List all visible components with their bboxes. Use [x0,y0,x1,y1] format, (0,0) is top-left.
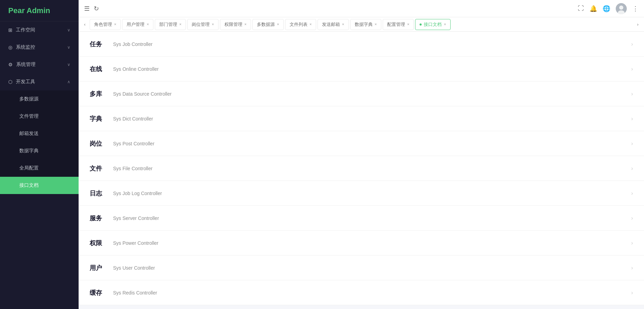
api-list-item[interactable]: 服务Sys Server Controller› [79,206,644,231]
workspace-icon: ⊞ [8,27,12,33]
workspace-label: 工作空间 [16,27,64,33]
tab-label: 岗位管理 [192,21,210,28]
main-area: ☰ ↻ ⛶ 🔔 🌐 ⋮ [79,0,644,309]
notification-button[interactable]: 🔔 [590,5,597,12]
tab-close-button[interactable]: × [310,22,312,26]
tab-close-button[interactable]: × [375,22,377,26]
sidebar-item-devtools[interactable]: ⬡ 开发工具 ∧ [0,73,79,90]
tab-item[interactable]: 角色管理× [90,19,121,30]
api-list-item[interactable]: 用户Sys User Controller› [79,255,644,280]
api-item-desc: Sys Server Controller [113,215,631,221]
logo-text: Pear Admin [8,6,50,15]
api-item-desc: Sys Redis Controller [113,290,631,296]
tab-label: 配置管理 [387,21,405,28]
tabs-right-button[interactable]: › [633,17,643,31]
api-list-item[interactable]: 日志Sys Job Log Controller› [79,181,644,206]
api-item-arrow-icon: › [631,240,633,246]
monitor-arrow: ∨ [67,45,70,50]
tab-item[interactable]: 多数据源× [252,19,283,30]
sysmanage-label: 系统管理 [16,61,64,68]
right-arrow-icon: › [637,22,638,27]
sidebar-item-file-manage[interactable]: 文件管理 [0,108,79,125]
api-item-arrow-icon: › [631,91,633,97]
more-icon: ⋮ [632,5,638,12]
api-item-title: 日志 [90,189,108,197]
left-arrow-icon: ‹ [84,22,85,27]
api-item-desc: Sys Dict Controller [113,116,631,122]
tab-label: 用户管理 [127,21,144,28]
global-config-label: 全局配置 [19,165,70,171]
api-list-item[interactable]: 任务Sys Job Controller› [79,32,644,57]
sysmanage-icon: ⚙ [8,62,13,67]
api-item-title: 文件 [90,164,108,173]
tab-close-button[interactable]: × [212,22,214,26]
tab-item[interactable]: 用户管理× [122,19,153,30]
api-item-title: 任务 [90,40,108,48]
tab-close-button[interactable]: × [244,22,246,26]
tabs-left-button[interactable]: ‹ [80,17,90,31]
monitor-icon: ◎ [8,45,12,50]
menu-toggle-button[interactable]: ☰ [84,5,90,12]
tab-item[interactable]: 文件列表× [285,19,316,30]
sidebar-item-sysmanage[interactable]: ⚙ 系统管理 ∨ [0,56,79,73]
avatar[interactable] [616,3,627,14]
language-button[interactable]: 🌐 [603,5,610,12]
tab-dot [420,23,422,26]
api-item-desc: Sys Power Controller [113,240,631,246]
sidebar-item-mail-send[interactable]: 邮箱发送 [0,125,79,142]
api-list-item[interactable]: 权限Sys Power Controller› [79,231,644,255]
sidebar-item-data-dict[interactable]: 数据字典 [0,142,79,160]
sidebar-item-workspace[interactable]: ⊞ 工作空间 ∨ [0,21,79,39]
more-button[interactable]: ⋮ [632,5,638,12]
api-list-item[interactable]: 在线Sys Online Controller› [79,57,644,81]
sidebar-item-monitor[interactable]: ◎ 系统监控 ∨ [0,39,79,56]
tab-item[interactable]: 数据字典× [350,19,381,30]
api-list-item[interactable]: 多库Sys Data Source Controller› [79,81,644,106]
tab-item[interactable]: 发送邮箱× [318,19,349,30]
content-area: 任务Sys Job Controller›在线Sys Online Contro… [79,32,644,309]
sidebar-item-api-docs[interactable]: 接口文档 [0,177,79,194]
tab-item[interactable]: 岗位管理× [187,19,218,30]
api-list-item[interactable]: 字典Sys Dict Controller› [79,106,644,131]
tab-close-button[interactable]: × [277,22,279,26]
tab-item[interactable]: 配置管理× [383,19,414,30]
api-item-arrow-icon: › [631,66,633,72]
monitor-label: 系统监控 [16,44,64,50]
tab-close-button[interactable]: × [179,22,181,26]
api-item-desc: Sys Job Controller [113,41,631,47]
api-item-arrow-icon: › [631,190,633,196]
api-item-title: 多库 [90,90,108,98]
tab-close-button[interactable]: × [444,22,446,26]
sidebar-item-global-config[interactable]: 全局配置 [0,160,79,177]
tab-item[interactable]: 部门管理× [155,19,186,30]
sidebar-item-multi-db[interactable]: 多数据源 [0,90,79,108]
api-list-item[interactable]: 岗位Sys Post Controller› [79,131,644,156]
tab-label: 数据字典 [355,21,373,28]
devtools-label: 开发工具 [16,79,64,85]
data-dict-label: 数据字典 [19,148,70,154]
refresh-button[interactable]: ↻ [94,5,99,12]
tab-close-button[interactable]: × [342,22,344,26]
tab-item[interactable]: 权限管理× [220,19,251,30]
tab-close-button[interactable]: × [147,22,149,26]
api-item-desc: Sys Data Source Controller [113,91,631,97]
header-actions: ⛶ 🔔 🌐 ⋮ [578,3,638,14]
fullscreen-button[interactable]: ⛶ [578,5,584,12]
api-item-title: 服务 [90,214,108,222]
devtools-submenu: 多数据源 文件管理 邮箱发送 数据字典 全局配置 接口文档 [0,90,79,194]
menu-icon: ☰ [84,5,90,12]
tab-item[interactable]: 接口文档× [415,19,450,30]
api-list-item[interactable]: 文件Sys File Controller› [79,156,644,181]
api-item-desc: Sys Online Controller [113,66,631,72]
tab-close-button[interactable]: × [407,22,409,26]
sysmanage-arrow: ∨ [67,62,70,67]
tab-close-button[interactable]: × [114,22,116,26]
app-logo: Pear Admin [0,0,79,21]
api-list-item[interactable]: 缓存Sys Redis Controller› [79,280,644,305]
api-item-arrow-icon: › [631,116,633,122]
tabs-bar: ‹ 角色管理×用户管理×部门管理×岗位管理×权限管理×多数据源×文件列表×发送邮… [79,17,644,32]
bell-icon: 🔔 [590,5,597,12]
refresh-icon: ↻ [94,5,99,12]
header: ☰ ↻ ⛶ 🔔 🌐 ⋮ [79,0,644,17]
fullscreen-icon: ⛶ [578,5,584,12]
